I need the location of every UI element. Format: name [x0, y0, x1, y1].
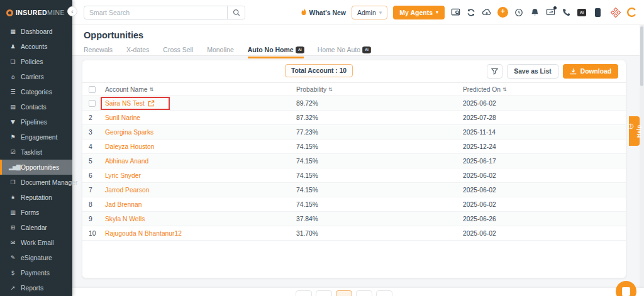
insuredmine-diamond-logo[interactable]	[611, 8, 621, 18]
screen-search-icon[interactable]	[450, 8, 460, 18]
sidebar-item-categories[interactable]: ☰ Categories	[0, 84, 72, 99]
share-screen-icon[interactable]	[545, 8, 555, 18]
sidebar-item-icon: ✉	[9, 239, 16, 246]
sidebar-item-dashboard[interactable]: ▦ Dashboard	[0, 24, 72, 39]
sidebar-item-label: Calendar	[21, 224, 47, 231]
sidebar-item-forms[interactable]: ▥ Forms	[0, 205, 72, 220]
sidebar-item-opportunities[interactable]: ▂▅▇ Opportunities	[0, 160, 72, 175]
table-row-lyric-snyder[interactable]: 6 Lyric Snyder 74.15% 2025-06-02	[82, 168, 626, 183]
chevron-down-icon: ▾	[379, 9, 382, 16]
scrollbar-thumb[interactable]	[640, 26, 643, 86]
sidebar-item-policies[interactable]: ❏ Policies	[0, 54, 72, 69]
pagination-last-button[interactable]	[376, 290, 392, 296]
sidebar-collapse-button[interactable]: ‹	[67, 6, 77, 16]
sidebar-item-label: Pipelines	[21, 119, 47, 126]
search-button[interactable]	[227, 6, 245, 19]
account-name-link[interactable]: Saira NS Test	[105, 100, 145, 107]
table-row-skyla-n-wells[interactable]: 9 Skyla N Wells 37.84% 2025-06-26	[82, 212, 626, 226]
tab-auto-no-home[interactable]: Auto No Home AI	[248, 46, 304, 58]
sync-icon[interactable]	[466, 8, 476, 18]
tab-label: Auto No Home	[248, 46, 294, 53]
table-row-rajugouda-n-bhantanur12[interactable]: 10 Rajugouda N Bhantanur12 31.70% 2025-0…	[82, 226, 626, 241]
search-input[interactable]	[84, 9, 227, 16]
tab-renewals[interactable]: Renewals AI	[84, 46, 113, 58]
chat-widget-button[interactable]	[616, 281, 636, 296]
sidebar-item-calendar[interactable]: ⊞ Calendar	[0, 220, 72, 235]
predicted-on-value: 2025-07-28	[463, 114, 626, 121]
probability-value: 31.70%	[296, 230, 463, 237]
column-header-account-name[interactable]: Account Name⇅	[105, 86, 296, 93]
tab-label: Home No Auto	[318, 46, 360, 53]
select-all-checkbox[interactable]	[89, 86, 96, 93]
column-header-predicted-on[interactable]: Predicted On⇅	[463, 86, 626, 93]
table-row-sunil-narine[interactable]: 2 Sunil Narine 87.32% 2025-07-28	[82, 111, 626, 125]
column-header-probability[interactable]: Probability⇅	[296, 86, 463, 93]
pagination-first-button[interactable]	[296, 290, 312, 296]
my-agents-button[interactable]: My Agents ▾	[393, 6, 445, 19]
table-body: Saira NS Test 89.72% 2025-06-02 2 Sunil …	[82, 96, 626, 241]
tab-monoline[interactable]: Monoline AI	[207, 46, 234, 58]
sidebar-item-icon: ↗	[9, 285, 16, 291]
pagination-next-button[interactable]	[356, 290, 372, 296]
external-link-icon[interactable]	[148, 100, 155, 107]
account-name-link[interactable]: Abhinav Anand	[105, 158, 148, 165]
table-row-saira-ns-test[interactable]: Saira NS Test 89.72% 2025-06-02	[82, 96, 626, 111]
table-row-daleyza-houston[interactable]: 4 Daleyza Houston 74.15% 2025-12-24	[82, 140, 626, 154]
sidebar-item-contacts[interactable]: ▤ Contacts	[0, 99, 72, 114]
notifications-bell-icon[interactable]	[530, 8, 540, 18]
phone-icon[interactable]	[561, 8, 571, 18]
sidebar-item-icon: ⌂	[9, 74, 16, 80]
account-name-link[interactable]: Jad Brennan	[105, 201, 142, 208]
table-toolbar: Total Account : 10 Save as List Download	[82, 60, 626, 82]
sidebar-item-payments[interactable]: $ Payments	[0, 265, 72, 280]
account-name-cell: Saira NS Test	[101, 97, 170, 110]
whats-new-link[interactable]: What's New	[301, 8, 346, 16]
mobile-device-icon[interactable]	[592, 8, 602, 18]
table-row-jad-brennan[interactable]: 8 Jad Brennan 74.15% 2025-06-02	[82, 197, 626, 212]
account-name-link[interactable]: Daleyza Houston	[105, 143, 154, 150]
sidebar-item-accounts[interactable]: ♟ Accounts	[0, 39, 72, 54]
cloud-upload-icon[interactable]	[482, 8, 492, 18]
brand-logo[interactable]: INSUREDMINE	[0, 0, 72, 23]
account-name-link[interactable]: Rajugouda N Bhantanur12	[105, 230, 182, 237]
tab-x-dates[interactable]: X-dates AI	[126, 46, 149, 58]
add-icon[interactable]: +	[497, 7, 508, 18]
save-as-list-button[interactable]: Save as List	[507, 64, 558, 79]
account-name-cell: Lyric Snyder	[105, 172, 141, 179]
sidebar-item-carriers[interactable]: ⌂ Carriers	[0, 69, 72, 84]
table-row-georgina-sparks[interactable]: 3 Georgina Sparks 77.23% 2025-11-14	[82, 125, 626, 140]
filter-button[interactable]	[487, 64, 502, 79]
account-name-link[interactable]: Georgina Sparks	[105, 129, 153, 136]
pagination-prev-button[interactable]	[316, 290, 332, 296]
table-row-abhinav-anand[interactable]: 5 Abhinav Anand 74.15% 2025-06-17	[82, 154, 626, 168]
account-name-link[interactable]: Lyric Snyder	[105, 172, 141, 179]
tab-home-no-auto[interactable]: Home No Auto AI	[318, 46, 370, 58]
account-name-link[interactable]: Sunil Narine	[105, 114, 140, 121]
sidebar-item-work-email[interactable]: ✉ Work Email	[0, 235, 72, 250]
row-checkbox[interactable]	[89, 100, 96, 107]
pagination-current-page[interactable]	[336, 290, 352, 296]
tab-bar: Renewals AI X-dates AI Cross Sell AI Mon…	[84, 44, 644, 58]
sidebar-item-esignature[interactable]: ✎ eSignature	[0, 250, 72, 265]
notification-dot	[553, 6, 557, 9]
partner-logo[interactable]	[626, 8, 636, 18]
table-row-jarrod-pearson[interactable]: 7 Jarrod Pearson 74.15% 2025-06-02	[82, 183, 626, 197]
account-name-link[interactable]: Jarrod Pearson	[105, 187, 149, 194]
sidebar-item-reputation[interactable]: ★ Reputation	[0, 190, 72, 205]
help-tab[interactable]: ⓘ Help	[629, 116, 640, 146]
sidebar-item-engagement[interactable]: ⚑ Engagement	[0, 129, 72, 145]
page-scrollbar[interactable]	[640, 25, 644, 296]
history-clock-icon[interactable]	[514, 8, 524, 18]
row-number: 9	[89, 216, 92, 222]
sidebar-item-icon: ❐	[9, 179, 16, 185]
sidebar-item-label: Payments	[21, 270, 50, 277]
sidebar-item-document-manager[interactable]: ❐ Document Manager	[0, 175, 72, 190]
admin-dropdown[interactable]: Admin ▾	[352, 6, 387, 19]
sidebar-item-pipelines[interactable]: ▼ Pipelines	[0, 114, 72, 129]
account-name-link[interactable]: Skyla N Wells	[105, 216, 145, 222]
sidebar-item-reports[interactable]: ↗ Reports	[0, 280, 72, 295]
ai-chip-icon[interactable]: AI	[577, 8, 587, 18]
tab-cross-sell[interactable]: Cross Sell AI	[163, 46, 193, 58]
sidebar-item-tasklist[interactable]: ☑ Tasklist	[0, 145, 72, 160]
download-button[interactable]: Download	[563, 64, 618, 79]
